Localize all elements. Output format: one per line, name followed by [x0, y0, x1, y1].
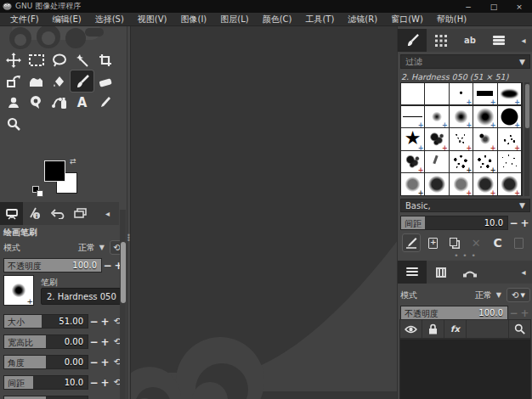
tool-warp-transform[interactable]	[25, 70, 48, 92]
size-decrease-button[interactable]: −	[88, 316, 99, 328]
default-colors-icon[interactable]	[32, 186, 43, 197]
aspect-decrease-button[interactable]: −	[88, 336, 99, 348]
open-brush-as-image-button[interactable]	[510, 233, 529, 252]
brush-cell[interactable]: +	[450, 128, 473, 149]
brush-cell[interactable]: +	[473, 151, 496, 172]
menu-select[interactable]: 选择(S)	[88, 13, 131, 26]
tab-patterns[interactable]	[427, 29, 456, 52]
brush-cell[interactable]: +	[498, 173, 521, 194]
layer-search-button[interactable]	[508, 320, 530, 338]
refresh-brushes-button[interactable]: C	[489, 233, 507, 252]
tool-free-select[interactable]	[48, 49, 71, 70]
delete-brush-button[interactable]: ✕	[467, 233, 485, 252]
size-slider[interactable]: 大小 51.00	[3, 314, 88, 329]
tab-tool-options[interactable]	[0, 202, 23, 225]
brush-cell[interactable]: +	[450, 173, 473, 194]
menu-layer[interactable]: 图层(L)	[213, 13, 255, 26]
size-increase-button[interactable]: +	[99, 316, 110, 328]
opacity-decrease-button[interactable]: −	[102, 260, 113, 272]
brush-cell[interactable]: +	[473, 106, 496, 127]
tool-fuzzy-select[interactable]	[71, 49, 93, 70]
edit-brush-button[interactable]	[402, 233, 421, 252]
maximize-button[interactable]: □	[481, 0, 507, 13]
tool-unified-transform[interactable]	[2, 70, 25, 92]
new-brush-button[interactable]	[423, 233, 442, 252]
tab-device-status[interactable]: i	[23, 202, 46, 225]
tool-eraser[interactable]	[93, 70, 116, 92]
visibility-column-toggle[interactable]	[400, 320, 422, 338]
brush-cell[interactable]: +	[401, 106, 424, 127]
brush-cell[interactable]: +	[450, 83, 473, 104]
tool-rectangle-select[interactable]	[25, 49, 48, 70]
brush-cell[interactable]: +	[450, 106, 473, 127]
menu-help[interactable]: 帮助(H)	[430, 13, 473, 26]
tool-color-picker[interactable]	[93, 92, 116, 113]
brush-cell[interactable]	[425, 83, 448, 104]
brush-tag-select[interactable]: Basic, ▼	[400, 199, 530, 212]
tab-channels[interactable]	[427, 261, 456, 284]
angle-slider[interactable]: 角度 0.00	[3, 355, 88, 369]
foreground-color-swatch[interactable]	[44, 160, 65, 182]
tab-gradients[interactable]	[484, 29, 513, 52]
brush-spacing-increase-button[interactable]: +	[519, 217, 530, 229]
layer-mode-switch-button[interactable]: ⟲▼	[507, 288, 530, 302]
spacing-decrease-button[interactable]: −	[88, 377, 99, 389]
brush-filter-input[interactable]: 过滤 ▼	[400, 54, 530, 69]
brush-cell[interactable]: +	[401, 151, 424, 172]
brush-cell[interactable]: +	[498, 83, 521, 104]
menu-file[interactable]: 文件(F)	[3, 13, 46, 26]
tab-images[interactable]	[69, 202, 92, 225]
brush-spacing-slider[interactable]: 间距 10.0	[400, 216, 508, 230]
tool-bucket-fill[interactable]	[48, 70, 71, 92]
tool-crop[interactable]	[93, 49, 116, 70]
menu-colors[interactable]: 颜色(C)	[256, 13, 299, 26]
close-button[interactable]: ×	[507, 0, 532, 13]
aspect-slider[interactable]: 宽高比 0.00	[3, 334, 88, 349]
tool-clone[interactable]	[2, 92, 25, 113]
brush-grid-scrollbar[interactable]	[524, 82, 529, 196]
tab-undo-history[interactable]	[46, 202, 69, 225]
brush-cell[interactable]: +	[473, 128, 496, 149]
tool-ink[interactable]	[48, 92, 71, 113]
brush-cell[interactable]: +	[425, 128, 448, 149]
opacity-slider[interactable]: 不透明度 100.0	[3, 258, 102, 273]
tool-move[interactable]	[2, 49, 25, 70]
mode-dropdown[interactable]: 正常 ▼	[78, 242, 105, 254]
brush-cell[interactable]: +	[401, 173, 424, 194]
menu-edit[interactable]: 编辑(E)	[46, 13, 88, 26]
brush-cell[interactable]	[425, 151, 448, 172]
brush-cell[interactable]: +	[450, 151, 473, 172]
tool-text[interactable]: A	[71, 92, 93, 113]
tab-fonts[interactable]: ab	[456, 29, 484, 52]
left-dock-tab-menu[interactable]: ◂	[96, 202, 119, 225]
layer-mode-dropdown[interactable]: 正常 ▼	[475, 289, 501, 301]
brush-spacing-decrease-button[interactable]: −	[508, 217, 519, 229]
menu-windows[interactable]: 窗口(W)	[384, 13, 430, 26]
brushes-dock-tab-menu[interactable]: ◂	[514, 29, 532, 52]
brush-cell[interactable]: +	[498, 128, 521, 149]
aspect-increase-button[interactable]: +	[99, 336, 110, 348]
tab-paths[interactable]	[456, 261, 484, 284]
angle-increase-button[interactable]: +	[99, 357, 110, 368]
tool-smudge[interactable]	[25, 92, 48, 113]
menu-view[interactable]: 视图(V)	[131, 13, 174, 26]
tab-layers[interactable]	[398, 261, 427, 284]
layer-list[interactable]	[399, 339, 531, 399]
effects-column-toggle[interactable]: fx	[444, 320, 467, 338]
left-dock-vscrollbar[interactable]	[120, 210, 126, 399]
brush-cell[interactable]	[425, 173, 448, 194]
brush-cell[interactable]	[401, 83, 424, 104]
brush-cell[interactable]: +	[498, 106, 521, 127]
brush-name-field[interactable]: 2. Hardness 050	[41, 288, 122, 305]
lock-column-toggle[interactable]	[422, 320, 444, 338]
layer-opacity-slider[interactable]: 不透明度 100.0	[400, 306, 508, 320]
minimize-button[interactable]: −	[456, 0, 481, 13]
swap-colors-icon[interactable]: ⇄	[70, 157, 76, 166]
brush-cell[interactable]: +	[401, 128, 424, 149]
layer-opacity-decrease-button[interactable]: −	[508, 307, 519, 319]
angle-decrease-button[interactable]: −	[88, 357, 99, 368]
layers-dock-tab-menu[interactable]: ◂	[514, 261, 532, 284]
menu-image[interactable]: 图像(I)	[174, 13, 214, 26]
duplicate-brush-button[interactable]	[445, 233, 464, 252]
menu-filters[interactable]: 滤镜(R)	[341, 13, 384, 26]
